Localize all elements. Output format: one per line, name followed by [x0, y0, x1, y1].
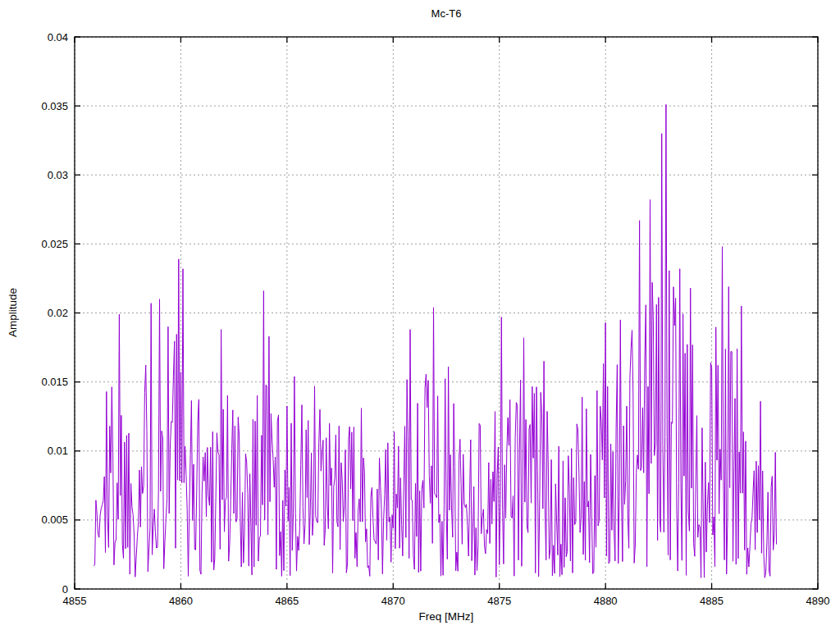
y-tick-label: 0.025	[41, 238, 68, 250]
spectrum-plot: 4855486048654870487548804885489000.0050.…	[0, 0, 840, 630]
y-tick-label: 0	[62, 583, 68, 596]
y-tick-label: 0.04	[48, 31, 68, 43]
y-tick-label: 0.03	[48, 169, 68, 181]
x-tick-label: 4865	[275, 595, 299, 607]
y-tick-label: 0.035	[41, 100, 68, 112]
x-tick-label: 4890	[806, 595, 830, 607]
y-tick-label: 0.015	[41, 376, 68, 388]
x-tick-label: 4870	[381, 595, 405, 607]
x-tick-label: 4860	[169, 595, 193, 607]
y-tick-label: 0.02	[48, 307, 68, 319]
figure-canvas: Mc-T6 Amplitude Freq [MHz] 4855486048654…	[0, 0, 840, 630]
x-tick-label: 4880	[594, 595, 618, 607]
x-tick-label: 4885	[700, 595, 724, 607]
x-tick-label: 4855	[63, 595, 87, 607]
x-tick-label: 4875	[487, 595, 511, 607]
spectrum-line	[94, 104, 776, 578]
y-tick-label: 0.01	[48, 445, 68, 457]
y-tick-label: 0.005	[41, 514, 68, 526]
